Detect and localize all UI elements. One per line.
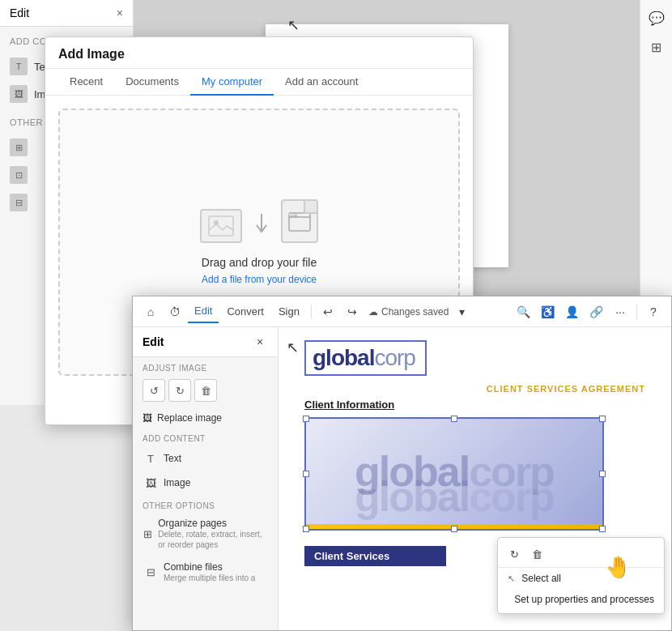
acrobat-toolbar: ⌂ ⏱ Edit Convert Sign ↩ ↪ ☁ Changes save… bbox=[133, 296, 671, 327]
other-options-section-label: OTHER OPTIONS bbox=[133, 495, 278, 514]
bg-panel-close[interactable]: × bbox=[117, 6, 123, 19]
save-status-text: Changes saved bbox=[381, 306, 449, 318]
ctx-properties-label: Set up properties and processes bbox=[514, 594, 654, 605]
doc-image-inner: globalcorp globalcorp bbox=[306, 419, 602, 524]
main-window-body: Edit × ADJUST IMAGE ↺ ↻ 🗑 🖼 Replace imag… bbox=[133, 327, 671, 630]
help-icon: ? bbox=[650, 305, 657, 318]
selection-handle-br[interactable] bbox=[599, 526, 606, 532]
link-button[interactable]: 🔗 bbox=[585, 301, 607, 323]
doc-image-inner-logo2: globalcorp bbox=[355, 472, 554, 521]
bg-option-2-icon: ⊡ bbox=[10, 166, 28, 184]
drop-folder-icon bbox=[281, 199, 318, 243]
edit-sidebar-close-button[interactable]: × bbox=[252, 334, 268, 350]
drop-icons bbox=[200, 199, 318, 243]
combine-files-desc: Merge multiple files into a bbox=[164, 573, 255, 583]
edit-sidebar-title: Edit bbox=[142, 335, 164, 348]
organize-pages-icon: ⊞ bbox=[142, 526, 153, 542]
accessibility-button[interactable]: ♿ bbox=[536, 301, 559, 323]
replace-image-label: Replace image bbox=[157, 412, 222, 424]
convert-toolbar-button[interactable]: Convert bbox=[220, 301, 270, 323]
ctx-refresh-icon: ↻ bbox=[510, 548, 519, 561]
share-icon: 👤 bbox=[565, 305, 579, 318]
doc-logo-selected[interactable]: globalcorp bbox=[304, 340, 427, 376]
context-menu-toolbar: ↻ 🗑 bbox=[498, 541, 664, 568]
combine-files-button[interactable]: ⊟ Combine files Merge multiple files int… bbox=[133, 557, 278, 587]
tab-documents[interactable]: Documents bbox=[114, 69, 190, 96]
selection-handle-bc[interactable] bbox=[451, 526, 457, 532]
selection-handle-tl[interactable] bbox=[303, 416, 309, 422]
combine-files-icon: ⊟ bbox=[142, 565, 159, 581]
modal-title: Add Image bbox=[58, 47, 125, 62]
share-button[interactable]: 👤 bbox=[560, 301, 583, 323]
text-icon: T bbox=[142, 450, 159, 467]
modal-title-bar: Add Image bbox=[45, 37, 473, 69]
link-icon: 🔗 bbox=[589, 305, 603, 318]
document-canvas[interactable]: ↖ globalcorp CLIENT SERVICES AGREEMENT C… bbox=[279, 327, 671, 630]
drop-merge-icon bbox=[250, 207, 273, 237]
ctx-properties-item[interactable]: Set up properties and processes bbox=[498, 589, 664, 610]
tab-my-computer[interactable]: My computer bbox=[190, 69, 274, 96]
rotate-left-button[interactable]: ↺ bbox=[142, 379, 165, 402]
edit-toolbar-button[interactable]: Edit bbox=[188, 301, 219, 323]
adjust-image-icons: ↺ ↻ 🗑 bbox=[133, 376, 278, 408]
image-label: Image bbox=[164, 477, 190, 488]
more-button[interactable]: ··· bbox=[609, 301, 632, 323]
main-acrobat-window: ⌂ ⏱ Edit Convert Sign ↩ ↪ ☁ Changes save… bbox=[132, 296, 672, 631]
rotate-right-button[interactable]: ↻ bbox=[168, 379, 191, 402]
toolbar-sep-2 bbox=[636, 305, 637, 319]
selection-handle-tc[interactable] bbox=[451, 416, 457, 422]
clock-icon: ⏱ bbox=[169, 305, 181, 318]
combine-files-label: Combine files bbox=[164, 561, 255, 573]
save-options-button[interactable]: ▾ bbox=[450, 301, 473, 323]
arrow-cursor-icon: ↖ bbox=[287, 339, 299, 356]
more-icon: ··· bbox=[615, 305, 625, 318]
ctx-refresh-button[interactable]: ↻ bbox=[504, 544, 524, 564]
ctx-delete-icon: 🗑 bbox=[532, 548, 542, 561]
selection-handle-mr[interactable] bbox=[599, 471, 606, 477]
adjust-image-section-label: ADJUST IMAGE bbox=[133, 357, 278, 376]
bg-cursor-icon: ↖ bbox=[287, 16, 300, 34]
tab-add-account[interactable]: Add an account bbox=[274, 69, 369, 96]
undo-button[interactable]: ↩ bbox=[317, 301, 339, 323]
toolbar-sep-1 bbox=[311, 305, 312, 319]
rotate-right-icon: ↻ bbox=[176, 385, 185, 397]
svg-rect-0 bbox=[209, 216, 233, 236]
selection-handle-ml[interactable] bbox=[303, 471, 309, 477]
doc-client-services-label: Client Services bbox=[304, 546, 446, 566]
tab-recent[interactable]: Recent bbox=[58, 69, 114, 96]
selection-handle-tr[interactable] bbox=[599, 416, 606, 422]
home-icon: ⌂ bbox=[147, 305, 154, 318]
ctx-select-all-item[interactable]: ↖ Select all bbox=[498, 568, 664, 589]
add-image-button[interactable]: 🖼 Image bbox=[133, 471, 278, 495]
delete-image-button[interactable]: 🗑 bbox=[194, 379, 217, 402]
bg-right-grid-icon[interactable]: ⊞ bbox=[645, 36, 668, 58]
bg-image-icon: 🖼 bbox=[10, 85, 28, 103]
bg-text-icon: T bbox=[10, 58, 28, 75]
doc-agreement-label: CLIENT SERVICES AGREEMENT bbox=[295, 384, 645, 394]
save-status: ☁ Changes saved bbox=[368, 306, 449, 318]
undo-icon: ↩ bbox=[323, 305, 333, 318]
rotate-left-icon: ↺ bbox=[150, 385, 159, 397]
organize-pages-button[interactable]: ⊞ Organize pages Delete, rotate, extract… bbox=[133, 514, 278, 554]
add-text-button[interactable]: T Text bbox=[133, 446, 278, 471]
ctx-select-all-label: Select all bbox=[521, 573, 561, 584]
bg-option-3-icon: ⊟ bbox=[10, 194, 28, 211]
doc-client-info: Client Information bbox=[304, 399, 655, 411]
accessibility-icon: ♿ bbox=[541, 305, 555, 318]
bg-panel-header: Edit × bbox=[0, 0, 133, 27]
zoom-button[interactable]: 🔍 bbox=[512, 301, 534, 323]
home-button[interactable]: ⌂ bbox=[139, 301, 162, 323]
redo-button[interactable]: ↪ bbox=[341, 301, 364, 323]
bg-right-comment-icon[interactable]: 💬 bbox=[645, 6, 668, 29]
doc-image-selection[interactable]: globalcorp globalcorp bbox=[304, 417, 604, 531]
edit-sidebar-header: Edit × bbox=[133, 327, 278, 357]
add-content-section-label: ADD CONTENT bbox=[133, 428, 278, 446]
history-button[interactable]: ⏱ bbox=[164, 301, 186, 323]
ctx-delete-button[interactable]: 🗑 bbox=[527, 544, 547, 564]
modal-drop-link[interactable]: Add a file from your device bbox=[202, 274, 317, 285]
replace-image-button[interactable]: 🖼 Replace image bbox=[133, 408, 278, 428]
selection-handle-bl[interactable] bbox=[303, 526, 309, 532]
selected-image-container[interactable]: globalcorp globalcorp bbox=[304, 417, 604, 533]
help-button[interactable]: ? bbox=[642, 301, 665, 323]
sign-toolbar-button[interactable]: Sign bbox=[272, 301, 306, 323]
